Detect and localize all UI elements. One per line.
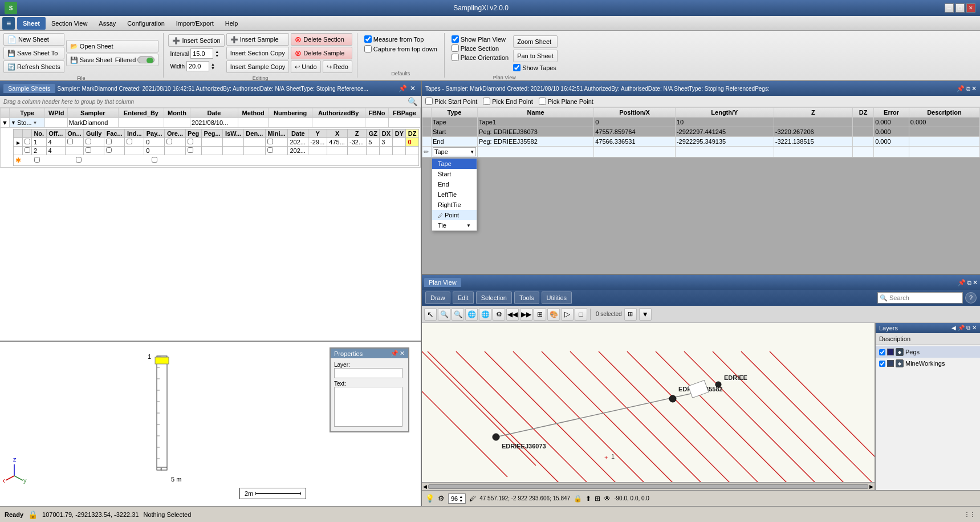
fac-check-1[interactable]	[106, 139, 112, 144]
mini-check-2[interactable]	[267, 147, 273, 153]
zoom-in-tool[interactable]: 🔍	[438, 308, 450, 321]
selection-button[interactable]: Selection	[476, 292, 512, 304]
place-section-check[interactable]: Place Section	[452, 44, 509, 52]
on-check-1[interactable]	[67, 139, 73, 144]
insert-sample-button[interactable]: ➕ Insert Sample	[226, 33, 290, 46]
tapes-panel-pin[interactable]: 📌	[957, 85, 965, 92]
pick-plane-check[interactable]: Pick Plane Point	[539, 98, 593, 105]
zoom-up[interactable]: ▲	[459, 495, 463, 499]
section-check-1[interactable]	[25, 139, 30, 144]
col-numbering[interactable]: Numbering	[269, 108, 312, 118]
select-box-tool[interactable]: □	[575, 308, 587, 321]
section-expand-1[interactable]: ▶	[17, 140, 20, 145]
dropdown-item-end[interactable]: End	[432, 179, 477, 189]
col-wpid[interactable]: WPId	[45, 108, 67, 118]
layer-pegs-check[interactable]	[879, 349, 885, 355]
tape-col-error[interactable]: Error	[874, 108, 909, 118]
col-fbpage[interactable]: FBPage	[389, 108, 421, 118]
menu-import-export[interactable]: Import/Export	[170, 17, 219, 30]
eye-icon[interactable]: 👁	[604, 495, 611, 503]
properties-close-icon[interactable]: ✕	[400, 350, 405, 357]
settings-tool[interactable]: ⚙	[493, 308, 505, 321]
col-month[interactable]: Month	[164, 108, 190, 118]
map-scroll-right[interactable]: ▶	[869, 484, 873, 489]
table-icon[interactable]: ⊞	[595, 495, 600, 503]
insert-sample-copy-button[interactable]: Insert Sample Copy	[226, 60, 290, 73]
grid-search-icon[interactable]: 🔍	[408, 97, 417, 106]
globe-tool[interactable]: 🌐	[465, 308, 478, 321]
save-sheet-button[interactable]: 💾 Save Sheet Filtered	[66, 54, 159, 66]
utilities-button[interactable]: Utilities	[542, 292, 572, 304]
tools-button[interactable]: Tools	[514, 292, 539, 304]
width-input[interactable]	[186, 61, 209, 71]
insert-section-button[interactable]: ➕ Insert Section	[168, 34, 224, 47]
plan-panel-close[interactable]: ✕	[973, 279, 978, 286]
map-settings-icon[interactable]: ⚙	[438, 494, 445, 503]
sample-panel-close[interactable]: ✕	[408, 84, 417, 93]
draw-button[interactable]: Draw	[425, 292, 450, 304]
tape-col-type[interactable]: Type	[432, 108, 478, 118]
status-expand-icon[interactable]: ⋮⋮	[964, 511, 975, 517]
plan-view-tab[interactable]: Plan View	[424, 278, 461, 287]
layers-pin2[interactable]: 📌	[958, 325, 965, 331]
selection-grid-tool[interactable]: ⊞	[624, 308, 637, 321]
properties-pin-icon[interactable]: 📌	[391, 350, 398, 357]
plan-panel-float[interactable]: ⧉	[967, 279, 971, 286]
col-fbno[interactable]: FBNo	[365, 108, 389, 118]
new-row-check2[interactable]	[76, 157, 82, 163]
color-tool[interactable]: 🎨	[547, 308, 560, 321]
pick-end-check[interactable]: Pick End Point	[483, 98, 533, 105]
tapes-panel-close[interactable]: ✕	[971, 85, 977, 92]
dropdown-item-tie[interactable]: Tie ▼	[432, 220, 477, 230]
minimize-button[interactable]: ─	[945, 3, 954, 13]
layers-pin[interactable]: ◀	[951, 325, 956, 331]
zoom-sheet-button[interactable]: Zoom Sheet	[513, 35, 558, 48]
place-orientation-check[interactable]: Place Orientation	[452, 54, 509, 61]
layer-mineworkings-check[interactable]	[879, 361, 885, 367]
section-check-2[interactable]	[25, 147, 30, 153]
peg-check-2[interactable]	[188, 147, 193, 153]
row-expand-icon[interactable]: ▼	[2, 119, 8, 126]
tape-col-position[interactable]: Position/X	[594, 108, 676, 118]
col-sampler[interactable]: Sampler	[67, 108, 118, 118]
col-date[interactable]: Date	[190, 108, 238, 118]
plan-panel-pin[interactable]: 📌	[958, 279, 966, 286]
dropdown-item-start[interactable]: Start	[432, 169, 477, 179]
export-icon[interactable]: ⬆	[585, 495, 591, 503]
tape-col-length[interactable]: Length/Y	[675, 108, 774, 118]
mini-check-1[interactable]	[267, 139, 273, 144]
close-button[interactable]: ✕	[966, 3, 975, 13]
delete-sample-button[interactable]: ⊗ Delete Sample	[291, 47, 352, 59]
layers-float[interactable]: ⧉	[966, 325, 970, 331]
next-tool[interactable]: ▶▶	[520, 308, 532, 321]
save-sheet-to-button[interactable]: 💾 Save Sheet To	[3, 47, 64, 59]
gully-check-1[interactable]	[86, 139, 91, 144]
selection-table-tool[interactable]: ▼	[639, 308, 652, 321]
edit-button[interactable]: Edit	[453, 292, 474, 304]
dropdown-item-righttie[interactable]: RightTie	[432, 200, 477, 210]
open-sheet-button[interactable]: 📂 Open Sheet	[66, 40, 159, 52]
tape-col-description[interactable]: Description	[909, 108, 979, 118]
dropdown-item-point[interactable]: 🖊Point	[432, 210, 477, 220]
new-row-check3[interactable]	[152, 157, 157, 163]
zoom-down[interactable]: ▼	[459, 499, 463, 503]
light-bulb-icon[interactable]: 💡	[425, 494, 434, 503]
undo-button[interactable]: ↩ Undo	[291, 60, 320, 73]
insert-section-copy-button[interactable]: Insert Section Copy	[226, 47, 290, 59]
col-type[interactable]: Type	[10, 108, 45, 118]
tape-col-dz[interactable]: DZ	[852, 108, 873, 118]
dropdown-item-tape[interactable]: Tape	[432, 159, 477, 169]
gully-check-2[interactable]	[86, 147, 91, 153]
sample-sheets-tab[interactable]: Sample Sheets	[3, 84, 55, 93]
menu-section-view[interactable]: Section View	[46, 17, 93, 30]
ind-check-1[interactable]	[127, 139, 132, 144]
layers-close[interactable]: ✕	[972, 325, 977, 331]
pick-start-check[interactable]: Pick Start Point	[425, 98, 477, 105]
zoom-out-tool[interactable]: 🔍-	[452, 308, 464, 321]
restore-button[interactable]: □	[955, 3, 965, 13]
text-input[interactable]	[334, 387, 402, 427]
fac-check-2[interactable]	[106, 147, 112, 153]
type-dropdown-arrow[interactable]: ▼	[470, 149, 474, 155]
col-method[interactable]: Method	[238, 108, 268, 118]
ore-check-1[interactable]	[166, 139, 172, 144]
